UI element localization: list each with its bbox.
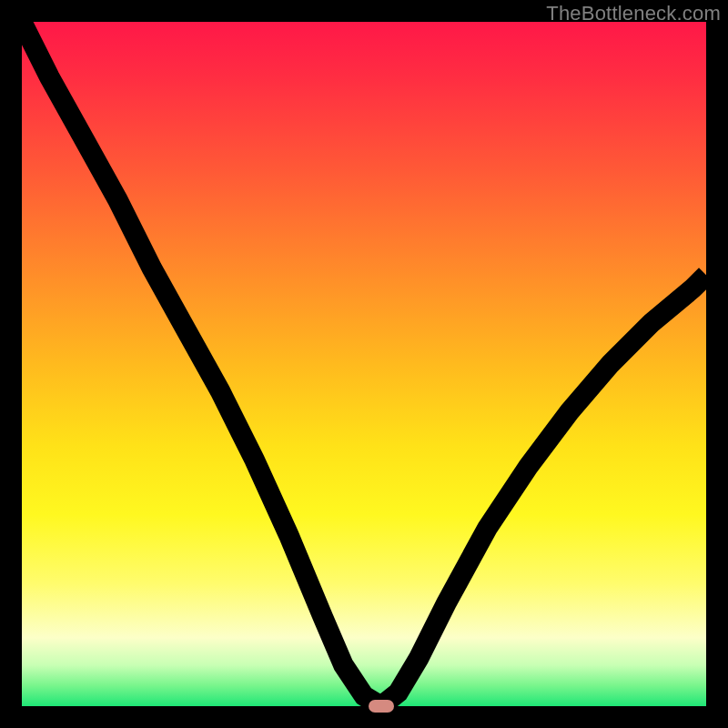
curve-svg (22, 22, 706, 706)
watermark-text: TheBottleneck.com (546, 2, 721, 25)
optimal-marker (369, 700, 394, 713)
chart-frame: TheBottleneck.com (0, 0, 728, 728)
plot-area (22, 22, 706, 706)
bottleneck-curve (22, 22, 706, 706)
